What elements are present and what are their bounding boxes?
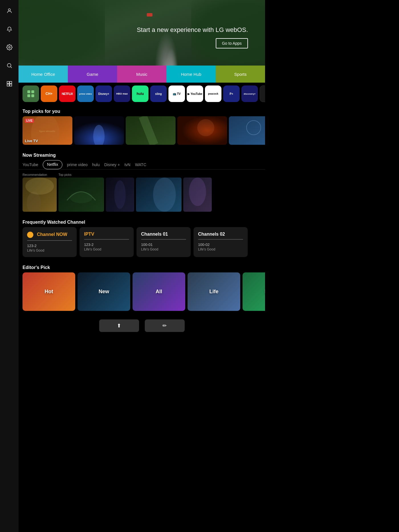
app-youtube[interactable]: ▶ YouTube — [187, 85, 203, 102]
channel-card-01[interactable]: Channels 01 100-01 Life's Good — [137, 227, 191, 257]
editor-card-new[interactable]: New — [78, 272, 130, 311]
editors-row: Hot New All Life Hot — [19, 272, 265, 315]
svg-point-27 — [70, 192, 93, 203]
channel-card-now[interactable]: ✓ Channel NOW 123-2 Life's Good — [23, 227, 77, 257]
goto-apps-button[interactable]: Go to Apps — [216, 38, 248, 48]
channel-divider-0 — [27, 240, 72, 241]
svg-rect-5 — [9, 81, 11, 83]
tab-game[interactable]: Game — [68, 66, 117, 83]
svg-point-33 — [189, 178, 206, 206]
app-row: CH+ NETFLIX prime video Disney+ HBO max … — [19, 83, 265, 105]
svg-rect-6 — [7, 84, 9, 86]
stream-tab-tvn[interactable]: tvN — [125, 160, 131, 169]
editor-card-hot-1[interactable]: Hot — [23, 272, 75, 311]
sidebar-icon-bell[interactable] — [4, 24, 15, 34]
edit-button[interactable]: ✏ — [145, 319, 185, 332]
channel-divider-3 — [198, 239, 243, 240]
stream-tab-hulu[interactable]: hulu — [92, 160, 99, 169]
channel-number-2: 100-01 — [141, 242, 186, 247]
content-card-2[interactable] — [106, 178, 134, 212]
stream-tab-disney[interactable]: Disney + — [104, 160, 120, 169]
content-cards — [58, 178, 212, 212]
top-picks-title: Top picks for you — [19, 105, 265, 116]
tab-sports[interactable]: Sports — [216, 66, 265, 83]
channel-divider-1 — [84, 239, 129, 240]
app-hulu[interactable]: hulu — [132, 85, 148, 102]
pick-label-live-tv: Live TV — [25, 139, 38, 143]
channel-number-3: 100-02 — [198, 242, 243, 247]
stream-tab-youtube[interactable]: YouTube — [23, 160, 38, 169]
app-paramount-plus[interactable]: P+ — [223, 85, 240, 102]
pick-card-5[interactable] — [229, 116, 265, 145]
svg-point-25 — [25, 178, 54, 195]
editor-label-hot-2: Hot — [265, 289, 265, 295]
hero-text-area: Start a new experience with LG webOS. Go… — [137, 26, 248, 48]
content-row: Recommendation Top picks — [19, 173, 265, 216]
app-prime-video[interactable]: prime video — [77, 85, 94, 102]
tab-music[interactable]: Music — [117, 66, 166, 83]
editors-pick-title: Editor's Pick — [19, 261, 265, 272]
channel-number-1: 123-2 — [84, 242, 129, 247]
rec-image[interactable] — [23, 178, 57, 212]
top-picks-row: figure silhouette LIVE Live TV — [19, 116, 265, 149]
content-card-1[interactable] — [58, 178, 104, 212]
stream-tab-prime[interactable]: prime video — [67, 160, 87, 169]
editor-label-life: Life — [209, 289, 218, 295]
svg-point-20 — [197, 119, 214, 136]
stream-tab-watc[interactable]: WATC — [135, 160, 146, 169]
editor-label-new: New — [99, 289, 109, 295]
svg-rect-8 — [27, 90, 30, 93]
app-disney-plus[interactable]: Disney+ — [95, 85, 112, 102]
svg-rect-10 — [27, 94, 30, 97]
sidebar-icon-menu[interactable] — [4, 79, 15, 89]
sidebar — [0, 0, 19, 361]
app-hbo-max[interactable]: HBO max — [114, 85, 130, 102]
recommendation-card: Recommendation — [23, 173, 57, 212]
top-picks-content: Top picks — [58, 173, 212, 212]
sidebar-icon-search[interactable] — [4, 60, 15, 71]
editor-card-hot-2[interactable]: Hot — [243, 272, 265, 311]
app-sling[interactable]: sling — [150, 85, 167, 102]
app-peacock[interactable]: peacock — [205, 85, 221, 102]
tab-home-hub[interactable]: Home Hub — [166, 66, 216, 83]
app-apps[interactable] — [23, 85, 39, 102]
streaming-tabs: YouTube Netflix prime video hulu Disney … — [19, 160, 265, 170]
channel-number-0: 123-2 — [27, 244, 72, 248]
channel-card-02[interactable]: Channels 02 100-02 Life's Good — [194, 227, 248, 257]
upload-button[interactable]: ⬆ — [99, 319, 139, 332]
app-apple-tv[interactable]: 📺 TV — [168, 85, 185, 102]
app-tubi[interactable]: tubi — [260, 85, 265, 102]
sidebar-icon-settings[interactable] — [4, 42, 15, 52]
content-card-4[interactable] — [183, 178, 212, 212]
top-picks-content-label: Top picks — [58, 173, 212, 176]
channel-card-iptv[interactable]: IPTV 123-2 Life's Good — [80, 227, 134, 257]
editor-card-all[interactable]: All — [133, 272, 185, 311]
svg-point-0 — [8, 9, 10, 11]
svg-line-3 — [11, 67, 12, 68]
svg-point-29 — [114, 180, 126, 209]
pick-card-2[interactable] — [74, 116, 124, 145]
app-netflix[interactable]: NETFLIX — [59, 85, 76, 102]
channel-brand-0: Life's Good — [27, 248, 72, 252]
channel-brand-2: Life's Good — [141, 247, 186, 251]
svg-rect-11 — [31, 94, 34, 97]
pick-card-live-tv[interactable]: figure silhouette LIVE Live TV — [23, 116, 72, 145]
svg-rect-4 — [7, 81, 9, 83]
stream-tab-netflix[interactable]: Netflix — [43, 160, 62, 169]
sidebar-icon-person[interactable] — [4, 6, 15, 16]
upload-icon: ⬆ — [117, 323, 121, 329]
editor-label-all: All — [156, 289, 162, 295]
app-discovery-plus[interactable]: discovery+ — [241, 85, 258, 102]
editor-card-life[interactable]: Life — [188, 272, 240, 311]
tab-home-office[interactable]: Home Office — [19, 66, 68, 83]
channel-row: ✓ Channel NOW 123-2 Life's Good IPTV 123… — [19, 227, 265, 261]
hero-car — [147, 13, 152, 17]
app-channels[interactable]: CH+ — [41, 85, 57, 102]
svg-point-2 — [7, 64, 11, 67]
pick-card-3[interactable] — [126, 116, 176, 145]
pick-card-4[interactable] — [177, 116, 227, 145]
content-card-3[interactable] — [136, 178, 182, 212]
channel-01-name: Channels 01 — [141, 232, 186, 237]
category-tabs: Home Office Game Music Home Hub Sports — [19, 66, 265, 83]
svg-point-31 — [153, 178, 176, 212]
